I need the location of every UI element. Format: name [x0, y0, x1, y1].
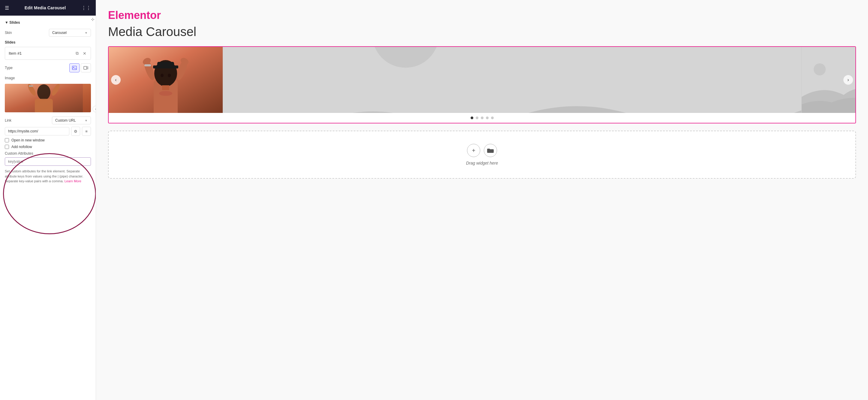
page-title: Media Carousel — [108, 25, 856, 39]
svg-rect-5 — [35, 99, 53, 112]
svg-rect-2 — [84, 66, 87, 69]
carousel-next-button[interactable]: › — [843, 75, 853, 85]
svg-rect-23 — [223, 47, 801, 113]
carousel-dot-5[interactable] — [491, 116, 494, 119]
svg-point-21 — [168, 74, 171, 77]
learn-more-link[interactable]: Learn More — [65, 179, 81, 183]
menu-icon[interactable]: ☰ — [5, 5, 9, 11]
skin-label: Skin — [5, 31, 12, 35]
svg-point-26 — [814, 63, 826, 75]
grid-icon[interactable]: ⋮⋮ — [81, 5, 91, 11]
slides-section-title: ▼ Slides — [5, 21, 91, 25]
custom-attributes-label: Custom Attributes — [5, 151, 91, 155]
custom-attributes-input[interactable] — [5, 158, 91, 166]
carousel-widget: ‹ › — [108, 46, 856, 123]
open-new-window-checkbox[interactable] — [5, 138, 9, 142]
sidebar: ☰ Edit Media Carousel ⋮⋮ ▼ Slides Skin C… — [0, 0, 96, 400]
sidebar-title: Edit Media Carousel — [25, 5, 66, 10]
type-video-button[interactable] — [81, 63, 91, 73]
url-row: ⚙ ≡ — [5, 127, 91, 136]
url-settings-button[interactable]: ⚙ — [71, 127, 80, 136]
slide-item-1: Item #1 ⧉ ✕ — [5, 47, 91, 60]
add-nofollow-label[interactable]: Add nofollow — [11, 145, 32, 149]
sidebar-collapse-button[interactable]: ‹ — [92, 106, 96, 112]
carousel-dots — [108, 113, 856, 123]
link-label: Link — [5, 118, 11, 122]
carousel-slides: ‹ › — [108, 47, 856, 113]
type-image-button[interactable] — [69, 63, 80, 73]
carousel-dot-1[interactable] — [471, 116, 473, 119]
image-preview[interactable] — [5, 84, 91, 112]
svg-rect-19 — [153, 65, 178, 68]
carousel-slide-main — [108, 47, 223, 113]
folder-button[interactable] — [484, 144, 497, 157]
slide-item-actions: ⧉ ✕ — [75, 50, 87, 56]
svg-rect-17 — [144, 64, 151, 66]
svg-rect-0 — [72, 66, 76, 70]
skin-select[interactable]: Carousel ▼ — [49, 29, 91, 37]
carousel-dot-2[interactable] — [476, 116, 478, 119]
image-row: Image ⊹ — [5, 76, 91, 80]
sidebar-header: ☰ Edit Media Carousel ⋮⋮ — [0, 0, 96, 16]
slide-remove-button[interactable]: ✕ — [82, 50, 87, 56]
add-nofollow-checkbox[interactable] — [5, 145, 9, 149]
svg-point-4 — [37, 84, 51, 100]
carousel-dot-3[interactable] — [481, 116, 484, 119]
target-icon[interactable]: ⊹ — [91, 17, 95, 22]
drop-zone: + Drag widget here — [108, 131, 856, 179]
slide-item-name: Item #1 — [9, 51, 75, 56]
url-list-button[interactable]: ≡ — [82, 127, 91, 136]
skin-row: Skin Carousel ▼ — [5, 29, 91, 37]
image-label: Image — [5, 76, 15, 80]
slide-copy-button[interactable]: ⧉ — [75, 50, 79, 56]
open-new-window-row: Open in new window — [5, 138, 91, 142]
sidebar-content: ▼ Slides Skin Carousel ▼ Slides Item #1 … — [0, 16, 96, 400]
drop-zone-icons: + — [467, 144, 497, 157]
carousel-slide-2 — [223, 47, 801, 113]
type-buttons — [69, 63, 91, 73]
svg-rect-8 — [29, 85, 33, 87]
slides-label: Slides — [5, 40, 91, 45]
add-nofollow-row: Add nofollow — [5, 145, 91, 149]
open-new-window-label[interactable]: Open in new window — [11, 138, 45, 142]
main-content: Elementor Media Carousel — [96, 0, 868, 400]
help-text: Set custom attributes for the link eleme… — [5, 169, 91, 184]
url-input[interactable] — [5, 127, 69, 136]
svg-rect-12 — [162, 85, 169, 90]
brand-title: Elementor — [108, 9, 856, 22]
drop-zone-text: Drag widget here — [466, 161, 498, 166]
type-label: Type — [5, 66, 12, 70]
link-row: Link Custom URL ▼ — [5, 116, 91, 124]
add-widget-button[interactable]: + — [467, 144, 480, 157]
svg-point-22 — [159, 91, 172, 96]
svg-point-20 — [161, 74, 163, 77]
carousel-prev-button[interactable]: ‹ — [111, 75, 121, 85]
link-select[interactable]: Custom URL ▼ — [52, 116, 91, 124]
type-row: Type — [5, 63, 91, 73]
carousel-dot-4[interactable] — [486, 116, 489, 119]
